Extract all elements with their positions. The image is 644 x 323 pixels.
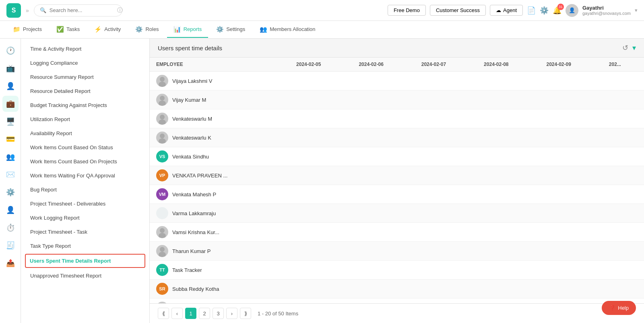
user-dropdown-icon[interactable]: ▾	[635, 7, 638, 13]
employee-cell: Vijay Kumar M	[150, 91, 290, 109]
sidebar-icon-receipt[interactable]: 🧾	[2, 237, 19, 253]
report-item-project-timesheet-deliverables[interactable]: Project Timesheet - Deliverables	[21, 197, 149, 211]
page-2-button[interactable]: 2	[199, 308, 210, 319]
sidebar-icon-timer[interactable]: ⏱️	[2, 220, 19, 236]
report-item-project-timesheet-task[interactable]: Project Timesheet - Task	[21, 225, 149, 239]
next-page-button[interactable]: ›	[226, 308, 237, 319]
reports-icon: 📊	[173, 26, 181, 33]
table-row: VPVENKATA PRAVEEN ...	[150, 166, 644, 185]
user-info: Gayathri gayathri@snovasys.com	[582, 5, 631, 16]
tab-settings[interactable]: ⚙️ Settings	[210, 22, 252, 38]
notification-icon[interactable]: 🔔 31	[553, 6, 561, 15]
svg-point-11	[159, 252, 166, 257]
report-item-resource-detailed[interactable]: Resource Detailed Report	[21, 84, 149, 98]
report-item-utilization[interactable]: Utilization Report	[21, 112, 149, 126]
employee-cell: Vamsi Krishna Kur...	[150, 223, 290, 242]
sidebar-icon-card[interactable]: 💳	[2, 131, 19, 147]
nav-tabs: 📁 Projects ✅ Tasks ⚡ Activity ⚙️ Roles 📊…	[0, 21, 644, 39]
page-3-button[interactable]: 3	[213, 308, 224, 319]
sidebar-icon-people[interactable]: 👥	[2, 149, 19, 165]
date-cell	[603, 166, 644, 185]
tab-members[interactable]: 👥 Members Allocation	[253, 22, 322, 38]
employee-name: Vamsi Krishna Kur...	[172, 229, 219, 235]
sidebar-icon-user-circle[interactable]: 👤	[2, 202, 19, 218]
report-item-budget-tracking[interactable]: Budget Tracking Against Projects	[21, 98, 149, 112]
report-item-users-spent-time[interactable]: Users Spent Time Details Report	[25, 254, 145, 268]
last-page-button[interactable]: ⟫	[240, 308, 251, 319]
date-cell	[603, 185, 644, 204]
date-cell	[415, 128, 477, 147]
search-box[interactable]: 🔍 ⓘ	[34, 4, 122, 16]
date-cell	[477, 147, 540, 166]
page-info: 1 - 20 of 50 Items	[258, 311, 298, 317]
nav-chevrons: »	[26, 7, 29, 14]
free-demo-button[interactable]: Free Demo	[388, 5, 426, 16]
avatar: VM	[156, 188, 168, 200]
date-cell	[290, 242, 352, 261]
employee-name: Subba Reddy Kotha	[172, 286, 219, 292]
report-item-bug-report[interactable]: Bug Report	[21, 183, 149, 197]
employee-name: Venkateswarlu K	[172, 135, 211, 141]
help-button[interactable]: ❓ Help	[602, 301, 636, 315]
report-item-work-items-qa[interactable]: Work Items Waiting For QA Approval	[21, 169, 149, 183]
date-cell	[290, 128, 352, 147]
cloud-icon: ☁	[496, 7, 501, 13]
svg-point-4	[160, 115, 165, 119]
filter-button[interactable]: ▾	[632, 43, 636, 52]
report-item-logging-compliance[interactable]: Logging Compliance	[21, 56, 149, 70]
report-item-availability[interactable]: Availability Report	[21, 126, 149, 140]
first-page-button[interactable]: ⟪	[158, 308, 169, 319]
table-header-row: EMPLOYEE 2024-02-05 2024-02-06 2024-02-0…	[150, 58, 644, 72]
sidebar-icon-mail[interactable]: ✉️	[2, 167, 19, 183]
sidebar-icon-tv[interactable]: 📺	[2, 60, 19, 76]
col-date-6: 202...	[603, 58, 644, 72]
date-cell	[603, 91, 644, 109]
prev-page-button[interactable]: ‹	[171, 308, 183, 319]
data-table: EMPLOYEE 2024-02-05 2024-02-06 2024-02-0…	[150, 58, 644, 303]
employee-name: Vijaya Lakshmi V	[172, 78, 212, 84]
search-input[interactable]	[50, 7, 114, 13]
sidebar-icon-monitor[interactable]: 🖥️	[2, 113, 19, 130]
date-cell	[415, 261, 477, 280]
date-cell	[290, 166, 352, 185]
document-icon[interactable]: 📄	[527, 6, 536, 15]
customer-success-button[interactable]: Customer Success	[430, 5, 486, 16]
table-row: Srinu Yarra	[150, 298, 644, 304]
settings-icon[interactable]: ⚙️	[540, 6, 549, 15]
refresh-button[interactable]: ↺	[622, 43, 628, 52]
report-item-unapproved-timesheet[interactable]: Unapproved Timesheet Report	[21, 269, 149, 283]
sidebar-icon-gear[interactable]: ⚙️	[2, 184, 19, 200]
date-cell	[540, 280, 602, 298]
tab-roles[interactable]: ⚙️ Roles	[129, 22, 165, 38]
date-cell	[477, 298, 540, 304]
report-item-work-logging[interactable]: Work Logging Report	[21, 211, 149, 225]
report-item-work-items-status[interactable]: Work Items Count Based On Status	[21, 140, 149, 154]
sidebar-icon-send[interactable]: 📤	[2, 255, 19, 271]
svg-point-9	[159, 233, 166, 238]
table-row: Venkateswarlu K	[150, 128, 644, 147]
report-item-work-items-projects[interactable]: Work Items Count Based On Projects	[21, 154, 149, 169]
svg-point-0	[160, 77, 165, 82]
page-1-button[interactable]: 1	[185, 308, 196, 319]
date-cell	[415, 204, 477, 223]
app-logo[interactable]: S	[6, 3, 21, 18]
tab-tasks[interactable]: ✅ Tasks	[50, 22, 86, 38]
sidebar-icon-briefcase[interactable]: 💼	[2, 96, 19, 112]
report-item-task-type[interactable]: Task Type Report	[21, 239, 149, 253]
employee-cell: Venkateswarlu K	[150, 128, 290, 147]
info-icon: ⓘ	[117, 7, 123, 14]
date-cell	[415, 72, 477, 91]
employee-name: Task Tracker	[172, 267, 202, 273]
sidebar-icon-person[interactable]: 👤	[2, 78, 19, 94]
tab-projects[interactable]: 📁 Projects	[6, 22, 48, 38]
tab-activity[interactable]: ⚡ Activity	[88, 22, 127, 38]
tab-reports[interactable]: 📊 Reports	[167, 22, 208, 38]
date-cell	[540, 185, 602, 204]
report-item-resource-summary[interactable]: Resource Summary Report	[21, 70, 149, 84]
date-cell	[352, 242, 415, 261]
report-item-time-activity[interactable]: Time & Activity Report	[21, 42, 149, 56]
agent-button[interactable]: ☁ Agent	[490, 5, 523, 16]
avatar: VP	[156, 169, 168, 181]
employee-cell: TTTask Tracker	[150, 261, 290, 280]
sidebar-icon-clock[interactable]: 🕐	[2, 43, 19, 59]
